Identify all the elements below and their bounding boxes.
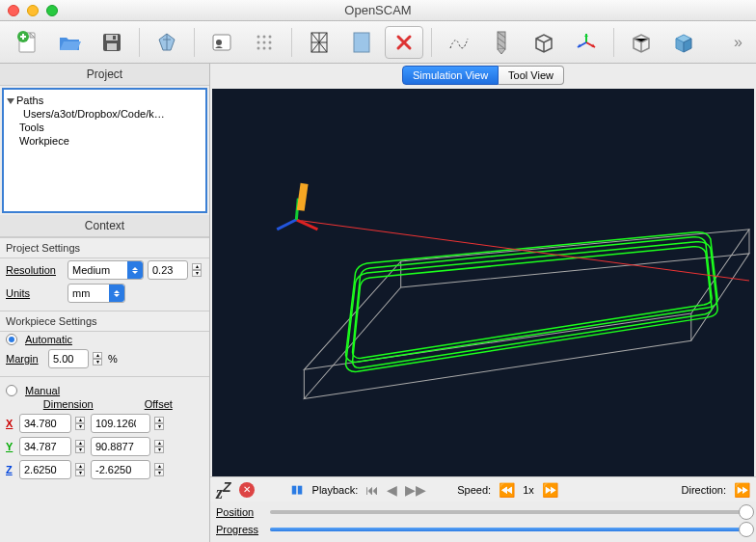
dimension-col-head: Dimension	[23, 398, 114, 410]
window-titlebar: OpenSCAM	[0, 0, 756, 21]
resolution-number[interactable]	[148, 260, 188, 280]
open-folder-icon	[57, 30, 82, 55]
select-arrows-icon	[109, 285, 124, 302]
position-thumb[interactable]	[739, 504, 754, 520]
svg-line-21	[277, 220, 296, 230]
rewind-fast-icon[interactable]: ⏮	[365, 482, 379, 498]
profile-button[interactable]	[202, 26, 241, 59]
cube-outline-button[interactable]	[525, 26, 563, 59]
dots-grid-icon	[254, 32, 275, 53]
cancel-view-button[interactable]	[385, 26, 423, 59]
z-dim-spinner[interactable]: ▴▾	[75, 463, 87, 476]
viewport-render	[212, 89, 754, 476]
left-panel: Project Paths Users/a3ot/Dropbox/Code/k……	[0, 64, 210, 542]
tree-path-file[interactable]: Users/a3ot/Dropbox/Code/k…	[8, 107, 202, 121]
dotted-curve-icon	[447, 31, 471, 54]
3d-viewport[interactable]	[212, 89, 754, 476]
x-off-spinner[interactable]: ▴▾	[154, 417, 166, 430]
z-off-spinner[interactable]: ▴▾	[154, 463, 166, 476]
stop-button[interactable]: ✕	[239, 482, 255, 498]
svg-point-14	[257, 46, 260, 49]
svg-point-15	[263, 46, 266, 49]
svg-point-9	[263, 35, 266, 38]
x-dim-spinner[interactable]: ▴▾	[75, 417, 87, 430]
tab-simulation-view[interactable]: Simulation View	[402, 66, 499, 85]
playback-bar: zZ ✕ ▮▮ Playback: ⏮ ◀ ▶▶ Speed: ⏪ 1x ⏩ D…	[210, 476, 756, 501]
margin-input[interactable]	[48, 349, 89, 368]
z-offset-input[interactable]	[91, 460, 150, 479]
path-view-button[interactable]	[440, 26, 478, 59]
resolution-spinner[interactable]: ▴▾	[192, 263, 203, 277]
y-offset-input[interactable]	[91, 437, 150, 456]
new-file-button[interactable]	[8, 26, 46, 59]
window-title: OpenSCAM	[0, 3, 756, 17]
y-dim-spinner[interactable]: ▴▾	[75, 440, 87, 453]
automatic-radio[interactable]	[6, 334, 17, 345]
solid-view-button[interactable]	[342, 26, 381, 59]
svg-point-7	[216, 40, 222, 45]
cube-grey-button[interactable]	[622, 26, 661, 59]
save-icon	[100, 31, 123, 54]
axis-button[interactable]	[567, 26, 606, 59]
svg-rect-18	[354, 33, 369, 52]
y-off-spinner[interactable]: ▴▾	[154, 440, 166, 453]
margin-unit: %	[108, 353, 118, 365]
z-dimension-input[interactable]	[19, 460, 71, 479]
playback-label: Playback:	[312, 484, 359, 496]
diamond-tool-icon	[155, 31, 178, 54]
svg-rect-5	[113, 36, 116, 40]
drill-button[interactable]	[482, 26, 521, 59]
automatic-label[interactable]: Automatic	[25, 334, 72, 345]
svg-rect-23	[297, 183, 309, 211]
position-slider[interactable]	[270, 510, 750, 514]
cutter-button[interactable]	[148, 26, 186, 59]
z-axis-label: Z	[6, 464, 15, 475]
progress-thumb[interactable]	[739, 522, 754, 537]
pause-button[interactable]: ▮▮	[289, 482, 305, 498]
x-dimension-input[interactable]	[19, 414, 71, 433]
step-back-icon[interactable]: ◀	[387, 482, 397, 498]
resolution-select[interactable]: Medium	[68, 260, 144, 280]
x-offset-input[interactable]	[91, 414, 150, 433]
texture-button[interactable]	[245, 26, 284, 59]
context-pane-title: Context	[0, 215, 209, 237]
progress-fill	[270, 528, 750, 531]
manual-radio[interactable]	[6, 385, 17, 396]
red-x-icon	[394, 33, 414, 52]
tree-tools[interactable]: Tools	[8, 121, 202, 134]
y-dimension-input[interactable]	[19, 437, 71, 456]
direction-toggle-icon[interactable]: ⏩	[734, 482, 750, 498]
svg-point-11	[257, 41, 260, 43]
units-select[interactable]: mm	[68, 284, 125, 303]
tree-paths[interactable]: Paths	[8, 94, 202, 107]
svg-point-13	[269, 41, 272, 43]
disclosure-triangle-icon[interactable]	[7, 98, 14, 104]
cube-outline-icon	[531, 30, 556, 55]
resolution-label: Resolution	[6, 264, 64, 276]
progress-slider[interactable]	[270, 528, 750, 531]
save-file-button[interactable]	[93, 26, 131, 59]
speed-label: Speed:	[457, 484, 491, 496]
workpiece-settings-heading: Workpiece Settings	[0, 311, 209, 332]
svg-point-10	[269, 35, 272, 38]
tab-tool-view[interactable]: Tool View	[499, 66, 564, 85]
wireframe-cross-icon	[309, 30, 330, 55]
progress-slider-label: Progress	[216, 524, 264, 535]
manual-label[interactable]: Manual	[25, 385, 60, 396]
cube-filled-icon	[671, 30, 696, 55]
speed-up-icon[interactable]: ⏩	[542, 482, 558, 498]
open-file-button[interactable]	[50, 26, 89, 59]
position-slider-label: Position	[216, 506, 264, 518]
project-tree[interactable]: Paths Users/a3ot/Dropbox/Code/k… Tools W…	[2, 88, 207, 213]
tree-workpiece[interactable]: Workpiece	[8, 134, 202, 148]
wireframe-cross-button[interactable]	[300, 26, 338, 59]
cube-filled-button[interactable]	[664, 26, 703, 59]
margin-spinner[interactable]: ▴▾	[93, 352, 104, 366]
svg-rect-4	[107, 43, 117, 50]
step-fwd-icon[interactable]: ▶▶	[405, 482, 426, 498]
toolbar-overflow-icon[interactable]: »	[728, 34, 748, 51]
speed-value: 1x	[523, 484, 534, 496]
speed-down-icon[interactable]: ⏪	[499, 482, 515, 498]
direction-label: Direction:	[682, 484, 726, 496]
xyz-axis-icon	[575, 31, 598, 54]
